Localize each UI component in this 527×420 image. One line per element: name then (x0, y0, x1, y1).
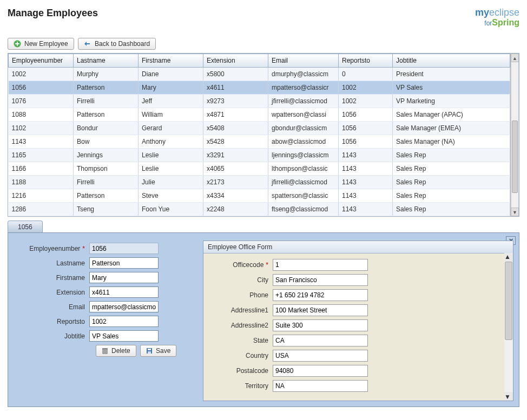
label-lastname: Lastname (14, 259, 85, 267)
table-row[interactable]: 1056PattersonMaryx4611mpatterso@classicr… (9, 81, 519, 95)
table-cell: jfirrelli@classicmod (268, 176, 339, 189)
table-cell: abow@classicmod (268, 135, 339, 149)
table-row[interactable]: 1076FirrelliJeffx9273jfirrelli@classicmo… (9, 95, 519, 108)
column-header[interactable]: Lastname (74, 54, 139, 68)
table-cell: 0 (339, 68, 393, 81)
employee-form: Employeenumber* Lastname Firstname Exten… (14, 241, 203, 401)
employee-grid: EmployeenumberLastnameFirstnameExtension… (8, 53, 519, 217)
scroll-down-icon[interactable]: ▼ (511, 208, 519, 216)
label-postalcode: Postalcode (209, 367, 268, 375)
table-cell: x9273 (203, 95, 268, 108)
office-form-title: Employee Office Form (203, 241, 513, 254)
table-row[interactable]: 1088PattersonWilliamx4871wpatterson@clas… (9, 108, 519, 122)
grid-scrollbar[interactable]: ▲ ▼ (510, 54, 519, 216)
input-addressline2[interactable] (273, 319, 368, 331)
table-cell: Gerard (139, 122, 203, 135)
table-row[interactable]: 1165JenningsLesliex3291ljennings@classic… (9, 149, 519, 162)
table-cell: Sales Rep (393, 189, 510, 203)
table-cell: 1166 (9, 162, 74, 176)
label-extension: Extension (14, 289, 85, 296)
input-employeenumber[interactable] (89, 243, 159, 254)
input-officecode[interactable] (273, 259, 368, 271)
table-cell: 1143 (339, 189, 393, 203)
table-cell: 1143 (339, 162, 393, 176)
table-cell: Leslie (139, 149, 203, 162)
scroll-thumb[interactable] (512, 121, 518, 194)
scroll-up-icon[interactable]: ▲ (504, 253, 513, 261)
save-button[interactable]: Save (140, 345, 176, 357)
input-phone[interactable] (273, 289, 368, 301)
table-row[interactable]: 1188FirrelliJuliex2173jfirrelli@classicm… (9, 176, 519, 189)
detail-tab[interactable]: 1056 (8, 221, 43, 233)
table-row[interactable]: 1286TsengFoon Yuex2248ftseng@classicmod1… (9, 203, 519, 216)
table-cell: Bow (74, 135, 139, 149)
scroll-up-icon[interactable]: ▲ (511, 54, 519, 62)
table-cell: 1143 (339, 149, 393, 162)
column-header[interactable]: Extension (203, 54, 268, 68)
input-lastname[interactable] (89, 257, 159, 269)
input-city[interactable] (273, 274, 368, 286)
table-cell: Sales Manager (NA) (393, 135, 510, 149)
label-email: Email (14, 303, 85, 311)
table-cell: dmurphy@classicm (268, 68, 339, 81)
new-employee-label: New Employee (24, 40, 68, 48)
table-cell: Diane (139, 68, 203, 81)
table-cell: mpatterso@classicr (268, 81, 339, 95)
table-cell: x4065 (203, 162, 268, 176)
table-row[interactable]: 1102BondurGerardx5408gbondur@classicm105… (9, 122, 519, 135)
svg-rect-4 (102, 348, 108, 349)
table-cell: 1002 (9, 68, 74, 81)
table-cell: ftseng@classicmod (268, 203, 339, 216)
table-cell: x4871 (203, 108, 268, 122)
label-employeenumber: Employeenumber* (14, 245, 85, 252)
label-country: Country (209, 352, 268, 359)
input-jobtitle[interactable] (89, 330, 159, 342)
input-extension[interactable] (89, 286, 159, 298)
scroll-thumb[interactable] (505, 262, 512, 340)
table-row[interactable]: 1166ThompsonLesliex4065lthompson@classic… (9, 162, 519, 176)
table-cell: Firrelli (74, 95, 139, 108)
table-cell: Sales Rep (393, 203, 510, 216)
input-postalcode[interactable] (273, 365, 368, 377)
input-territory[interactable] (273, 380, 368, 392)
column-header[interactable]: Employeenumber (9, 54, 74, 68)
table-cell: 1165 (9, 149, 74, 162)
table-cell: 1188 (9, 176, 74, 189)
table-cell: VP Sales (393, 81, 510, 95)
table-cell: Julie (139, 176, 203, 189)
office-scrollbar[interactable]: ▲ ▼ (504, 253, 513, 401)
input-state[interactable] (273, 335, 368, 346)
table-row[interactable]: 1002MurphyDianex5800dmurphy@classicm0Pre… (9, 68, 519, 81)
column-header[interactable]: Firstname (139, 54, 203, 68)
table-cell: 1002 (339, 81, 393, 95)
label-territory: Territory (209, 382, 268, 390)
input-addressline1[interactable] (273, 304, 368, 316)
table-cell: Murphy (74, 68, 139, 81)
new-employee-button[interactable]: New Employee (8, 38, 74, 50)
table-cell: 1143 (339, 176, 393, 189)
input-firstname[interactable] (89, 272, 159, 283)
column-header[interactable]: Jobtitle (393, 54, 510, 68)
table-cell: Tseng (74, 203, 139, 216)
table-row[interactable]: 1143BowAnthonyx5428abow@classicmod1056Sa… (9, 135, 519, 149)
table-cell: gbondur@classicm (268, 122, 339, 135)
scroll-down-icon[interactable]: ▼ (504, 393, 513, 401)
column-header[interactable]: Email (268, 54, 339, 68)
input-country[interactable] (273, 350, 368, 362)
table-cell: lthompson@classic (268, 162, 339, 176)
back-to-dashboard-button[interactable]: Back to Dashboard (78, 38, 156, 50)
column-header[interactable]: Reportsto (339, 54, 393, 68)
table-cell: Sale Manager (EMEA) (393, 122, 510, 135)
table-row[interactable]: 1216PattersonStevex4334spatterson@classi… (9, 189, 519, 203)
table-cell: Leslie (139, 162, 203, 176)
logo-brand: myeclipse forSpring (475, 8, 519, 27)
input-email[interactable] (89, 301, 159, 312)
table-cell: Patterson (74, 81, 139, 95)
table-cell: x4334 (203, 189, 268, 203)
label-addressline1: Addressline1 (209, 306, 268, 314)
table-cell: Firrelli (74, 176, 139, 189)
label-addressline2: Addressline2 (209, 322, 268, 329)
table-cell: President (393, 68, 510, 81)
delete-button[interactable]: Delete (96, 345, 136, 357)
input-reportsto[interactable] (89, 316, 159, 327)
